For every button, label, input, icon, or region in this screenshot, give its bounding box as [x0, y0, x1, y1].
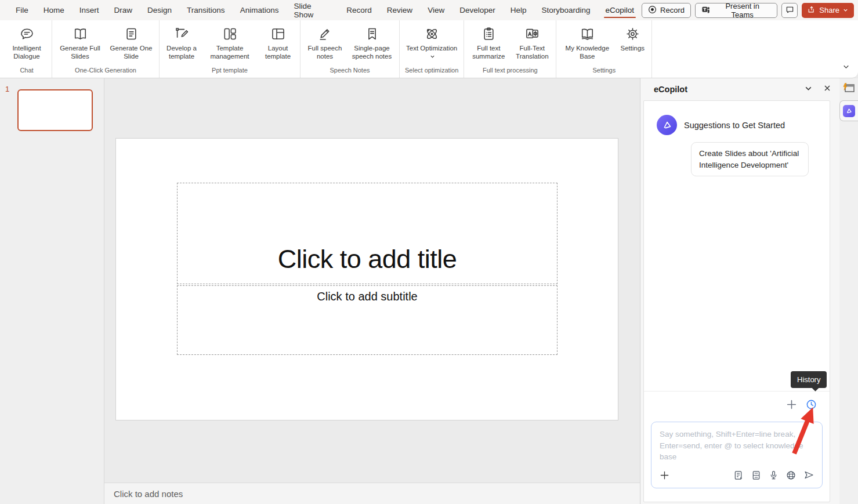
menu-file[interactable]: File	[8, 0, 36, 20]
title-placeholder[interactable]: Click to add title	[177, 183, 557, 284]
generate-one-slide-button[interactable]: Generate One Slide	[106, 24, 156, 62]
attach-plus-icon[interactable]	[660, 470, 669, 483]
addin-tab-strip	[839, 78, 858, 504]
open-book-icon	[73, 26, 88, 42]
panel-collapse-icon[interactable]	[804, 84, 813, 95]
group-label-select-optimization: Select optimization	[403, 67, 461, 78]
slide-editor: Click to add title Click to add subtitle…	[104, 78, 640, 504]
panel-close-icon[interactable]	[823, 84, 831, 95]
layout-blocks-icon	[222, 26, 238, 42]
generate-full-slides-button[interactable]: Generate Full Slides	[55, 24, 105, 62]
full-text-translation-button[interactable]: Full-Text Translation	[511, 24, 553, 62]
menu-animations[interactable]: Animations	[233, 0, 287, 20]
group-label-one-click-generation: One-Click Generation	[55, 67, 156, 78]
ecopilot-logo-icon	[843, 105, 855, 117]
notes-placeholder-text: Click to add notes	[114, 489, 183, 499]
full-text-summarize-button[interactable]: Full text summarize	[467, 24, 510, 62]
ecopilot-panel-header: eCopilot	[640, 78, 839, 100]
clipboard-list-icon	[481, 26, 497, 42]
comment-icon	[785, 5, 794, 16]
menu-slide-show[interactable]: Slide Show	[286, 0, 339, 20]
menu-help[interactable]: Help	[503, 0, 534, 20]
atom-icon	[424, 26, 440, 42]
menu-insert[interactable]: Insert	[72, 0, 107, 20]
menu-ecopilot[interactable]: eCopilot	[598, 0, 642, 20]
menu-developer[interactable]: Developer	[452, 0, 503, 20]
share-icon	[808, 5, 816, 15]
chat-bubble-icon	[19, 26, 35, 42]
layout-template-button[interactable]: Layout template	[259, 24, 297, 62]
menu-view[interactable]: View	[420, 0, 452, 20]
menu-items: File Home Insert Draw Design Transitions…	[8, 0, 642, 20]
present-in-teams-button[interactable]: Present in Teams	[695, 3, 777, 18]
knowledge-book-icon	[580, 26, 595, 42]
suggestion-card[interactable]: Create Slides about 'Artificial Intellig…	[691, 142, 809, 176]
menu-design[interactable]: Design	[140, 0, 179, 20]
menu-transitions[interactable]: Transitions	[179, 0, 233, 20]
subtitle-placeholder-text: Click to add subtitle	[317, 290, 417, 303]
group-label-full-text-processing: Full text processing	[467, 67, 553, 78]
group-label-ppt-template: Ppt template	[162, 67, 297, 78]
menu-record[interactable]: Record	[339, 0, 379, 20]
menu-bar: File Home Insert Draw Design Transitions…	[0, 0, 858, 20]
translate-icon	[524, 26, 540, 42]
single-page-speech-notes-button[interactable]: Single-page speech notes	[347, 24, 396, 62]
menu-home[interactable]: Home	[36, 0, 72, 20]
document-lines-icon	[124, 26, 139, 42]
chat-input-box	[651, 422, 823, 488]
gear-icon	[625, 26, 640, 42]
microphone-icon[interactable]	[769, 470, 779, 483]
slide-thumbnail-panel: 1	[0, 78, 104, 504]
history-tooltip: History	[791, 371, 827, 388]
history-clock-icon[interactable]	[806, 399, 817, 412]
quick-access-icon[interactable]	[842, 82, 855, 96]
prompt-template-icon[interactable]	[734, 470, 744, 483]
settings-button[interactable]: Settings	[616, 24, 649, 53]
titlebar-actions: Record Present in Teams Share	[642, 3, 858, 18]
collapse-ribbon-icon[interactable]	[842, 63, 850, 73]
layout-frame-icon	[270, 26, 286, 42]
text-optimization-button[interactable]: Text Optimization	[403, 24, 461, 62]
record-button[interactable]: Record	[642, 3, 691, 18]
menu-draw[interactable]: Draw	[107, 0, 140, 20]
ribbon: Intelligent Dialogue Chat Generate Full …	[0, 20, 858, 78]
slide-canvas[interactable]: Click to add title Click to add subtitle	[115, 138, 618, 420]
ecopilot-card: Suggestions to Get Started Create Slides…	[643, 100, 830, 502]
pencil-icon	[317, 26, 333, 42]
ribbon-group-select-optimization: Text Optimization Select optimization	[400, 20, 464, 78]
bookmark-lines-icon	[364, 26, 380, 42]
new-chat-plus-icon[interactable]	[786, 399, 797, 412]
ecopilot-panel: eCopilot Suggestions to Get Started Crea…	[640, 78, 839, 504]
ecopilot-addin-tab[interactable]	[839, 100, 858, 121]
slide-thumbnail-1[interactable]	[17, 89, 93, 131]
template-management-button[interactable]: Template management	[202, 24, 258, 62]
panel-title: eCopilot	[654, 85, 687, 94]
group-label-chat: Chat	[5, 67, 49, 78]
group-label-settings: Settings	[559, 67, 649, 78]
ribbon-group-ppt-template: Develop a template Template management L…	[160, 20, 301, 78]
intelligent-dialogue-button[interactable]: Intelligent Dialogue	[5, 24, 49, 62]
share-button[interactable]: Share	[802, 3, 854, 18]
slide-number: 1	[5, 85, 9, 93]
pen-path-icon	[174, 26, 190, 42]
menu-review[interactable]: Review	[379, 0, 420, 20]
web-globe-icon[interactable]	[786, 470, 796, 483]
chevron-down-icon	[843, 6, 848, 14]
record-icon	[648, 5, 657, 16]
title-placeholder-text: Click to add title	[278, 244, 457, 274]
full-speech-notes-button[interactable]: Full speech notes	[303, 24, 346, 62]
subtitle-placeholder[interactable]: Click to add subtitle	[177, 285, 557, 355]
send-icon[interactable]	[803, 470, 814, 483]
ribbon-group-one-click-generation: Generate Full Slides Generate One Slide …	[52, 20, 160, 78]
menu-storyboarding[interactable]: Storyboarding	[534, 0, 598, 20]
comments-button[interactable]	[781, 3, 798, 18]
group-label-speech-notes: Speech Notes	[303, 67, 396, 78]
my-knowledge-base-button[interactable]: My Knowledge Base	[559, 24, 615, 62]
summary-doc-icon[interactable]	[751, 470, 761, 483]
chevron-down-icon	[430, 54, 435, 59]
chat-area: Suggestions to Get Started Create Slides…	[644, 101, 830, 391]
chat-input[interactable]	[651, 422, 822, 461]
notes-pane[interactable]: Click to add notes	[104, 483, 640, 504]
develop-a-template-button[interactable]: Develop a template	[162, 24, 201, 62]
ribbon-group-full-text-processing: Full text summarize Full-Text Translatio…	[464, 20, 556, 78]
